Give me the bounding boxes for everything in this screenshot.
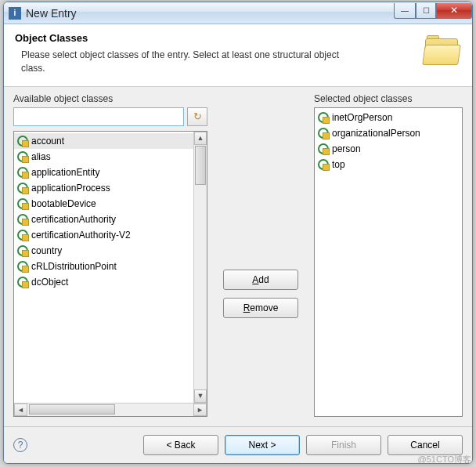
list-item[interactable]: cRLDistributionPoint xyxy=(14,259,193,274)
window-title: New Entry xyxy=(26,7,394,20)
object-class-icon xyxy=(17,261,28,272)
scroll-down-icon[interactable]: ▼ xyxy=(194,389,207,403)
add-button[interactable]: Add xyxy=(223,270,298,290)
remove-button[interactable]: Remove xyxy=(223,298,298,318)
action-column: Add Remove xyxy=(214,93,308,417)
list-item[interactable]: applicationProcess xyxy=(14,180,193,196)
finish-button: Finish xyxy=(306,435,381,455)
object-class-icon xyxy=(17,183,28,194)
object-class-icon xyxy=(17,167,28,178)
object-class-icon xyxy=(17,136,28,147)
list-item-label: inetOrgPerson xyxy=(332,112,392,123)
scroll-right-icon[interactable]: ► xyxy=(193,404,207,416)
object-class-icon xyxy=(17,151,28,162)
list-item[interactable]: alias xyxy=(14,149,193,165)
object-class-icon xyxy=(17,245,28,256)
page-description: Please select object classes of the entr… xyxy=(21,49,350,75)
list-item[interactable]: bootableDevice xyxy=(14,196,193,212)
list-item[interactable]: top xyxy=(315,157,462,172)
list-item-label: certificationAuthority xyxy=(31,214,116,225)
list-item[interactable]: country xyxy=(14,243,193,259)
available-label: Available object classes xyxy=(13,93,207,104)
close-button[interactable]: ✕ xyxy=(436,3,472,19)
back-button[interactable]: < Back xyxy=(143,435,218,455)
refresh-button[interactable]: ↻ xyxy=(187,107,207,126)
object-class-icon xyxy=(17,277,28,288)
object-class-icon xyxy=(318,159,329,170)
wizard-window: i New Entry — ☐ ✕ Object Classes Please … xyxy=(3,2,473,464)
minimize-button[interactable]: — xyxy=(394,3,416,19)
watermark: @51CTO博客 xyxy=(418,454,471,465)
scroll-thumb[interactable] xyxy=(195,146,206,185)
selected-label: Selected object classes xyxy=(314,93,463,104)
wizard-header: Object Classes Please select object clas… xyxy=(4,24,472,87)
list-item-label: country xyxy=(31,245,62,256)
list-item-label: organizationalPerson xyxy=(332,128,420,139)
list-item[interactable]: dcObject xyxy=(14,274,193,290)
scrollbar-vertical[interactable]: ▲ ▼ xyxy=(193,132,207,403)
list-item[interactable]: certificationAuthority xyxy=(14,212,193,227)
selected-column: Selected object classes inetOrgPersonorg… xyxy=(314,93,463,417)
object-class-icon xyxy=(17,198,28,209)
search-row: ↻ xyxy=(13,107,207,126)
folder-icon xyxy=(424,35,461,67)
list-item-label: account xyxy=(31,136,64,147)
object-class-icon xyxy=(318,112,329,123)
list-item[interactable]: person xyxy=(315,141,462,157)
list-item[interactable]: certificationAuthority-V2 xyxy=(14,227,193,243)
scroll-left-icon[interactable]: ◄ xyxy=(14,404,27,416)
next-button[interactable]: Next > xyxy=(225,435,300,455)
selected-listbox[interactable]: inetOrgPersonorganizationalPersonpersont… xyxy=(314,107,463,417)
list-item[interactable]: organizationalPerson xyxy=(315,125,462,141)
list-item-label: dcObject xyxy=(31,277,68,288)
window-buttons: — ☐ ✕ xyxy=(394,3,472,19)
scroll-up-icon[interactable]: ▲ xyxy=(194,132,207,145)
object-class-icon xyxy=(17,214,28,225)
list-item[interactable]: applicationEntity xyxy=(14,165,193,180)
list-item[interactable]: account xyxy=(14,133,193,149)
cancel-button[interactable]: Cancel xyxy=(388,435,463,455)
list-item-label: alias xyxy=(31,151,51,162)
list-item-label: person xyxy=(332,143,361,154)
object-class-icon xyxy=(318,143,329,154)
object-class-icon xyxy=(318,128,329,139)
available-listbox[interactable]: accountaliasapplicationEntityapplication… xyxy=(13,131,207,417)
scrollbar-horizontal[interactable]: ◄ ► xyxy=(14,403,207,416)
maximize-button[interactable]: ☐ xyxy=(416,3,436,19)
list-item-label: cRLDistributionPoint xyxy=(31,261,117,272)
available-column: Available object classes ↻ accountaliasa… xyxy=(13,93,207,417)
list-item-label: top xyxy=(332,159,345,170)
list-item-label: applicationProcess xyxy=(31,183,110,194)
object-class-icon xyxy=(17,230,28,241)
list-item-label: applicationEntity xyxy=(31,167,99,178)
wizard-footer: ? < Back Next > Finish Cancel xyxy=(4,426,472,463)
app-icon: i xyxy=(9,7,21,20)
scroll-thumb-h[interactable] xyxy=(29,404,115,415)
list-item-label: bootableDevice xyxy=(31,198,96,209)
list-item[interactable]: inetOrgPerson xyxy=(315,110,462,125)
help-icon[interactable]: ? xyxy=(13,438,27,452)
list-item-label: certificationAuthority-V2 xyxy=(31,230,131,241)
header-text: Object Classes Please select object clas… xyxy=(15,32,424,75)
wizard-body: Available object classes ↻ accountaliasa… xyxy=(4,87,472,426)
search-input[interactable] xyxy=(13,107,184,126)
page-title: Object Classes xyxy=(15,32,424,44)
titlebar[interactable]: i New Entry — ☐ ✕ xyxy=(4,2,472,24)
